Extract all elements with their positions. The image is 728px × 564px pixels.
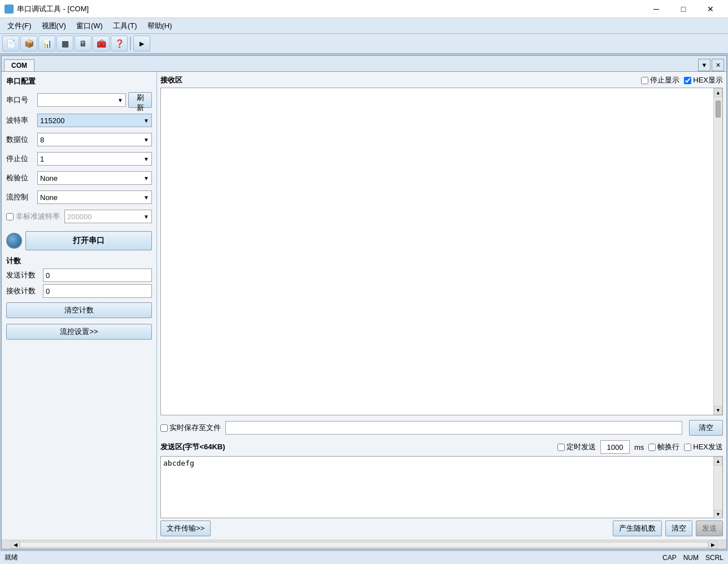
menu-tools[interactable]: 工具(T) [108, 19, 142, 33]
file-transfer-button[interactable]: 文件传输>> [160, 520, 211, 536]
toolbar-open[interactable]: 📦 [20, 36, 37, 51]
open-port-button[interactable]: 打开串口 [25, 231, 152, 250]
title-bar: 串口调试工具 - [COM] ─ □ ✕ [0, 0, 728, 18]
scrollbar-track [714, 97, 722, 406]
send-wrapper: abcdefg ▲ ▼ [160, 456, 723, 518]
scrollbar-down-arrow[interactable]: ▼ [714, 406, 722, 415]
menu-file[interactable]: 文件(F) [2, 19, 37, 33]
clear-send-button[interactable]: 清空 [665, 520, 692, 536]
receive-wrapper: ▲ ▼ [160, 88, 723, 415]
port-select[interactable] [38, 94, 125, 106]
mdi-tab-com[interactable]: COM [4, 59, 34, 71]
send-footer: 文件传输>> 产生随机数 清空 发送 [160, 520, 723, 536]
flowctrl-select-wrapper: None Hardware Software ▼ [37, 190, 152, 204]
stopbits-select[interactable]: 1 1.5 2 [38, 153, 151, 165]
nonstd-row: 非标准波特率 200000 ▼ [6, 210, 152, 223]
timed-send-value[interactable] [600, 440, 630, 454]
mdi-child: COM ▼ ✕ 串口配置 串口号 ▼ [1, 55, 727, 549]
minimize-button[interactable]: ─ [643, 0, 669, 18]
send-scrollbar-up[interactable]: ▲ [714, 457, 722, 466]
nonstd-select-wrapper: 200000 ▼ [64, 210, 152, 223]
serial-config-title: 串口配置 [6, 76, 152, 86]
frame-newline-label: 帧换行 [657, 442, 679, 452]
receive-scrollbar[interactable]: ▲ ▼ [713, 88, 722, 415]
title-controls: ─ □ ✕ [643, 0, 723, 18]
send-textarea[interactable]: abcdefg [161, 457, 713, 518]
open-port-row: 打开串口 [6, 231, 152, 250]
send-scrollbar[interactable]: ▲ ▼ [713, 457, 722, 519]
menu-help[interactable]: 帮助(H) [142, 19, 177, 33]
toolbar-chart[interactable]: 📊 [38, 36, 55, 51]
recv-count-label: 接收计数 [6, 286, 43, 296]
receive-header: 接收区 停止显示 HEX显示 [160, 75, 723, 85]
timed-send-checkbox[interactable] [557, 444, 565, 451]
toolbar-sep [130, 37, 131, 50]
save-file-row: 实时保存至文件 清空 [160, 418, 723, 438]
h-scroll-left[interactable]: ◀ [11, 541, 20, 549]
hex-display-label: HEX显示 [693, 75, 723, 85]
scrl-indicator: SCRL [705, 554, 723, 562]
send-title: 发送区(字节<64KB) [160, 442, 225, 452]
count-title: 计数 [6, 256, 152, 266]
baudrate-label: 波特率 [6, 115, 37, 125]
databits-select[interactable]: 8 5 6 7 [38, 133, 151, 146]
nonstd-checkbox[interactable] [6, 213, 14, 220]
databits-select-wrapper: 8 5 6 7 ▼ [37, 133, 152, 146]
maximize-button[interactable]: □ [670, 0, 696, 18]
title-text: 串口调试工具 - [COM] [17, 4, 89, 14]
databits-row: 数据位 8 5 6 7 ▼ [6, 133, 152, 146]
stop-display-label-wrap: 停止显示 [641, 75, 679, 85]
send-button[interactable]: 发送 [696, 520, 723, 536]
toolbar-new[interactable]: 📄 [2, 36, 19, 51]
save-file-label: 实时保存至文件 [169, 423, 221, 433]
flow-settings-button[interactable]: 流控设置>> [6, 324, 152, 340]
menu-window[interactable]: 窗口(W) [71, 19, 108, 33]
port-row: 串口号 ▼ 刷新 [6, 92, 152, 108]
parity-select[interactable]: None Odd Even [38, 172, 151, 184]
databits-label: 数据位 [6, 135, 37, 145]
baudrate-select[interactable]: 115200 9600 19200 38400 57600 230400 460… [38, 114, 151, 127]
send-count-row: 发送计数 [6, 268, 152, 282]
hex-send-label-wrap: HEX发送 [684, 442, 723, 452]
frame-newline-label-wrap: 帧换行 [648, 442, 679, 452]
mdi-area: COM ▼ ✕ 串口配置 串口号 ▼ [0, 54, 728, 550]
random-button[interactable]: 产生随机数 [613, 520, 662, 536]
toolbar-extra[interactable]: ▶ [133, 36, 150, 51]
hex-display-label-wrap: HEX显示 [684, 75, 723, 85]
right-panel: 接收区 停止显示 HEX显示 [157, 72, 726, 540]
recv-count-input[interactable] [43, 284, 152, 298]
close-button[interactable]: ✕ [698, 0, 723, 18]
status-indicators: CAP NUM SCRL [662, 554, 723, 562]
frame-newline-checkbox[interactable] [648, 444, 656, 451]
toolbar-tools[interactable]: 🧰 [93, 36, 110, 51]
clear-receive-button[interactable]: 清空 [689, 420, 723, 436]
menu-bar: 文件(F) 视图(V) 窗口(W) 工具(T) 帮助(H) [0, 18, 728, 34]
refresh-button[interactable]: 刷新 [128, 92, 152, 108]
scrollbar-up-arrow[interactable]: ▲ [714, 88, 722, 97]
save-file-checkbox[interactable] [160, 424, 168, 432]
clear-count-button[interactable]: 清空计数 [6, 302, 152, 318]
receive-textarea[interactable] [161, 88, 713, 415]
send-scrollbar-track [714, 466, 722, 510]
h-scrollbar-area: ◀ ▶ [2, 540, 726, 549]
send-count-input[interactable] [43, 268, 152, 282]
stop-display-checkbox[interactable] [641, 77, 648, 84]
h-scroll-right[interactable]: ▶ [708, 541, 717, 549]
flowctrl-select[interactable]: None Hardware Software [38, 191, 151, 203]
scrollbar-thumb[interactable] [716, 101, 721, 118]
save-file-input[interactable] [225, 421, 682, 435]
mdi-close-btn[interactable]: ✕ [712, 59, 724, 71]
h-scrollbar-track[interactable] [20, 542, 708, 548]
num-indicator: NUM [683, 554, 699, 562]
parity-label: 检验位 [6, 173, 37, 183]
nonstd-select[interactable]: 200000 [65, 210, 151, 223]
toolbar-grid[interactable]: ▦ [56, 36, 73, 51]
toolbar-screen[interactable]: 🖥 [75, 36, 91, 51]
send-scrollbar-down[interactable]: ▼ [714, 510, 722, 519]
mdi-menu-btn[interactable]: ▼ [698, 59, 710, 71]
toolbar-help[interactable]: ❓ [111, 36, 128, 51]
recv-count-row: 接收计数 [6, 284, 152, 298]
menu-view[interactable]: 视图(V) [37, 19, 71, 33]
hex-display-checkbox[interactable] [684, 77, 691, 84]
hex-send-checkbox[interactable] [684, 444, 691, 451]
